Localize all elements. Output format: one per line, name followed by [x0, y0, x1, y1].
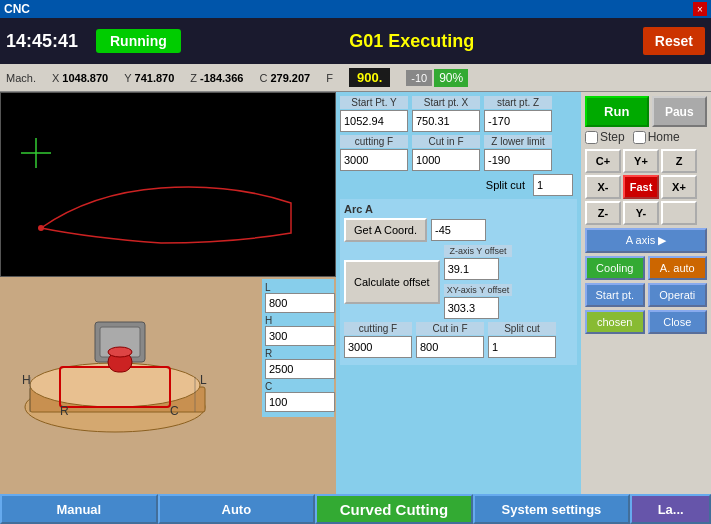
r-input[interactable]	[265, 359, 335, 379]
h-input[interactable]	[265, 326, 335, 346]
split-cut-label: Split cut	[486, 179, 525, 191]
xy-axis-offset-input[interactable]	[444, 297, 499, 319]
app-title: CNC	[4, 2, 30, 16]
c-label: C	[259, 72, 267, 84]
run-pause-row: Run Paus	[585, 96, 707, 127]
checkbox-row: Step Home	[585, 130, 707, 144]
arc-split-cut-input[interactable]	[488, 336, 556, 358]
chosen-close-row: chosen Close	[585, 310, 707, 334]
topbar: 14:45:41 Running G01 Executing Reset	[0, 18, 711, 64]
start-operat-row: Start pt. Operati	[585, 283, 707, 307]
chosen-button[interactable]: chosen	[585, 310, 645, 334]
auto-button[interactable]: Auto	[158, 494, 316, 524]
arc-a-section: Arc A Get A Coord. Calculate offset Z-ax…	[340, 199, 577, 365]
arc-split-cut-label: Split cut	[488, 322, 556, 335]
arc-cut-in-f-input[interactable]	[416, 336, 484, 358]
operat-button[interactable]: Operati	[648, 283, 708, 307]
cnc-canvas-svg	[11, 113, 311, 253]
step-checkbox[interactable]	[585, 131, 598, 144]
z-lower-field: Z lower limit	[484, 135, 552, 171]
c-coord: C 279.207	[259, 72, 310, 84]
y-value: 741.870	[135, 72, 175, 84]
bottombar: Manual Auto Curved Cutting System settin…	[0, 494, 711, 524]
z-label: Z	[190, 72, 197, 84]
start-x-input[interactable]	[412, 110, 480, 132]
jog-empty	[661, 201, 697, 225]
svg-text:H: H	[22, 373, 31, 387]
jog-grid: C+ Y+ Z X- Fast X+ Z- Y-	[585, 149, 707, 225]
reset-button[interactable]: Reset	[643, 27, 705, 55]
g-status-display: G01 Executing	[191, 31, 633, 52]
c-plus-button[interactable]: C+	[585, 149, 621, 173]
svg-text:R: R	[60, 404, 69, 418]
z-lower-input[interactable]	[484, 149, 552, 171]
start-pt-button[interactable]: Start pt.	[585, 283, 645, 307]
program-button[interactable]: Curved Cutting	[315, 494, 473, 524]
start-z-field: start pt. Z	[484, 96, 552, 132]
x-plus-button[interactable]: X+	[661, 175, 697, 199]
z-axis-offset-field: Z-axis Y offset	[444, 245, 513, 280]
arc-cutting-f-input[interactable]	[344, 336, 412, 358]
y-minus-button[interactable]: Y-	[623, 201, 659, 225]
cut-in-f-field: Cut in F	[412, 135, 480, 171]
z-minus-button[interactable]: Z-	[585, 201, 621, 225]
svg-point-10	[108, 347, 132, 357]
home-checkbox-label[interactable]: Home	[633, 130, 680, 144]
last-button[interactable]: La...	[630, 494, 711, 524]
manual-button[interactable]: Manual	[0, 494, 158, 524]
arc-split-cut-field: Split cut	[488, 322, 556, 358]
offset-row: Calculate offset Z-axis Y offset XY-axis…	[344, 245, 573, 319]
h-label: H	[265, 315, 331, 326]
diagram-area: H L R C L H R	[0, 277, 336, 494]
x-coord: X 1048.870	[52, 72, 108, 84]
a-axis-button[interactable]: A axis ▶	[585, 228, 707, 253]
xy-axis-offset-label: XY-axis Y offset	[444, 284, 513, 296]
y-plus-button[interactable]: Y+	[623, 149, 659, 173]
speed-minus-button[interactable]: -10	[406, 70, 432, 86]
main-content: H L R C L H R	[0, 92, 711, 494]
system-settings-button[interactable]: System settings	[473, 494, 631, 524]
cooling-button[interactable]: Cooling	[585, 256, 645, 280]
start-y-label: Start Pt. Y	[340, 96, 408, 109]
get-a-value-input[interactable]	[431, 219, 486, 241]
z-axis-offset-label: Z-axis Y offset	[444, 245, 513, 257]
home-checkbox[interactable]	[633, 131, 646, 144]
arc-cut-in-f-label: Cut in F	[416, 322, 484, 335]
running-status-badge: Running	[96, 29, 181, 53]
start-z-input[interactable]	[484, 110, 552, 132]
f-label: F	[326, 72, 333, 84]
x-minus-button[interactable]: X-	[585, 175, 621, 199]
c-input[interactable]	[265, 392, 335, 412]
speed-percent: 90%	[434, 69, 468, 87]
close-button[interactable]: Close	[648, 310, 708, 334]
cutting-f-field: cutting F	[340, 135, 408, 171]
z-lower-label: Z lower limit	[484, 135, 552, 148]
start-x-field: Start pt. X	[412, 96, 480, 132]
start-y-input[interactable]	[340, 110, 408, 132]
x-value: 1048.870	[62, 72, 108, 84]
a-auto-button[interactable]: A. auto	[648, 256, 708, 280]
get-a-coord-button[interactable]: Get A Coord.	[344, 218, 427, 242]
split-cut-input[interactable]	[533, 174, 573, 196]
cooling-row: Cooling A. auto	[585, 256, 707, 280]
x-label: X	[52, 72, 59, 84]
controls-panel: Run Paus Step Home C+ Y+ Z X- Fast X+ Z-…	[581, 92, 711, 494]
svg-text:L: L	[200, 373, 207, 387]
cutting-f-input[interactable]	[340, 149, 408, 171]
titlebar: CNC ×	[0, 0, 711, 18]
close-window-button[interactable]: ×	[693, 2, 707, 16]
cutting-params-row: cutting F Cut in F Z lower limit	[340, 135, 577, 171]
fast-button[interactable]: Fast	[623, 175, 659, 199]
c-value: 279.207	[270, 72, 310, 84]
z-right-button[interactable]: Z	[661, 149, 697, 173]
calc-offset-button[interactable]: Calculate offset	[344, 260, 440, 304]
cut-in-f-input[interactable]	[412, 149, 480, 171]
pause-button[interactable]: Paus	[652, 96, 708, 127]
run-button[interactable]: Run	[585, 96, 649, 127]
arc-cutting-row: cutting F Cut in F Split cut	[344, 322, 573, 358]
step-checkbox-label[interactable]: Step	[585, 130, 625, 144]
speed-control: -10 90%	[406, 69, 468, 87]
r-label: R	[265, 348, 331, 359]
l-input[interactable]	[265, 293, 335, 313]
z-axis-offset-input[interactable]	[444, 258, 499, 280]
